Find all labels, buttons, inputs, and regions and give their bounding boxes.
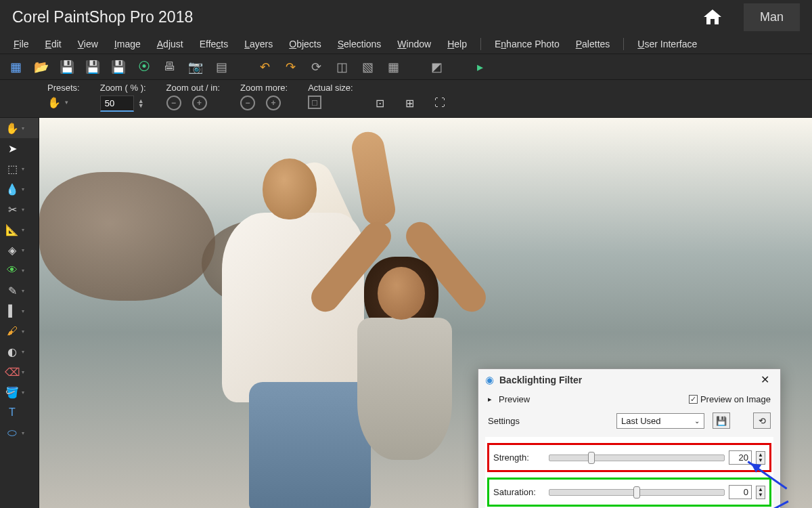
launch-icon[interactable]: ▸ [471,58,489,76]
fit-screen-icon[interactable]: ⛶ [433,96,447,110]
title-bar: Corel PaintShop Pro 2018 Man [0,0,812,34]
actual-size-button[interactable]: ◻ [308,96,321,109]
menu-palettes[interactable]: Palettes [569,36,617,52]
lighten-tool-icon[interactable]: ◐ [5,345,19,358]
zoom-more-out-button[interactable]: − [240,96,255,110]
pan-tool-icon[interactable]: ✋ [5,121,19,135]
menu-view[interactable]: View [71,36,105,52]
settings-label: Settings [488,416,520,426]
resample-icon[interactable]: ▧ [359,58,376,76]
zoom-out-button[interactable]: − [166,96,181,110]
saturation-spinner[interactable]: ▲▼ [756,486,765,499]
eraser-tool-icon[interactable]: ⌫ [5,365,19,379]
main-toolbar: ▦ 📂 💾 💾 💾 ⦿ 🖶 📷 ▤ ↶ ↷ ⟳ ◫ ▧ ▦ ◩ ▸ [0,54,812,80]
menu-adjust[interactable]: Adjust [150,36,190,52]
workspace-tab[interactable]: Man [744,3,800,31]
undo-icon[interactable]: ↶ [256,58,273,76]
app-title: Corel PaintShop Pro 2018 [12,8,193,26]
menu-selections[interactable]: Selections [331,36,388,52]
share-icon[interactable]: ⦿ [135,58,153,76]
selection-tool-icon[interactable]: ⬚ [5,162,19,175]
menu-help[interactable]: Help [441,36,474,52]
straighten-tool-icon[interactable]: 📐 [5,223,19,236]
zoom-label: Zoom ( % ): [100,83,146,93]
strength-label: Strength: [493,452,545,463]
twain-icon[interactable]: 📷 [187,58,204,76]
saturation-slider[interactable] [549,489,725,496]
redo-icon[interactable]: ↷ [281,58,299,76]
actual-size-label: Actual size: [308,83,353,93]
presets-label: Presets: [47,83,80,93]
print-icon[interactable]: 🖶 [161,58,179,76]
text-tool-icon[interactable]: T [5,406,19,419]
menu-enhance-photo[interactable]: Enhance Photo [488,36,566,52]
preset-pan-icon[interactable]: ✋ [47,96,61,109]
zoom-input[interactable] [100,96,134,112]
preview-toggle[interactable]: Preview [488,394,530,404]
preview-on-image-label: Preview on Image [700,394,771,404]
menu-effects[interactable]: Effects [193,36,235,52]
home-button[interactable] [702,6,723,28]
dialog-icon: ◉ [485,374,494,386]
strength-row: Strength: 20 ▲▼ [489,445,769,470]
zoom-spinner[interactable]: ▲▼ [138,99,144,108]
new-icon[interactable]: ▦ [7,58,24,76]
strength-slider[interactable] [549,454,725,461]
zoom-out-in-label: Zoom out / in: [166,83,220,93]
save-as-icon[interactable]: 💾 [84,58,102,76]
pointer-tool-icon[interactable]: ➤ [5,142,19,155]
menu-layers[interactable]: Layers [238,36,279,52]
menu-window[interactable]: Window [390,36,438,52]
paint-tool-icon[interactable]: 🖌 [5,324,19,338]
tool-options-bar: Presets: ✋▾ Zoom ( % ): ▲▼ Zoom out / in… [0,80,812,118]
shape-tool-icon[interactable]: ⬭ [5,426,19,440]
menu-objects[interactable]: Objects [282,36,328,52]
reset-button[interactable]: ⟲ [753,412,771,429]
save-preset-button[interactable]: 💾 [713,412,730,429]
image-info-icon[interactable]: ◩ [428,58,445,76]
open-icon[interactable]: 📂 [32,58,50,76]
dialog-title: Backlighting Filter [499,375,751,385]
grid-icon[interactable]: ▦ [384,58,402,76]
resize-icon[interactable]: ◫ [333,58,351,76]
deform-tool-icon[interactable]: ◈ [5,243,19,257]
menu-file[interactable]: File [7,36,36,52]
close-button[interactable]: ✕ [757,373,773,386]
save-copy-icon[interactable]: 💾 [110,58,127,76]
scan-icon[interactable]: ▤ [212,58,230,76]
brush-tool-icon[interactable]: ▌ [5,304,19,318]
menu-edit[interactable]: Edit [39,36,68,52]
redeye-tool-icon[interactable]: 👁 [5,263,19,277]
backlighting-filter-dialog: ◉ Backlighting Filter ✕ Preview ✓ Previe… [478,368,781,508]
menu-bar: File Edit View Image Adjust Effects Laye… [0,34,812,54]
saturation-label: Saturation: [493,487,545,497]
tool-palette: ✋▾ ➤ ⬚▾ 💧▾ ✂▾ 📐▾ ◈▾ 👁▾ ✎▾ ▌▾ 🖌▾ ◐▾ ⌫▾ 🪣▾… [0,118,39,508]
zoom-in-button[interactable]: + [192,96,207,110]
fit-all-icon[interactable]: ⊞ [403,96,417,110]
dropper-tool-icon[interactable]: 💧 [5,182,19,196]
clone-tool-icon[interactable]: ✎ [5,284,19,297]
menu-user-interface[interactable]: User Interface [631,36,704,52]
saturation-value[interactable]: 0 [729,485,752,499]
menu-image[interactable]: Image [108,36,148,52]
crop-tool-icon[interactable]: ✂ [5,203,19,216]
preview-on-image-checkbox[interactable]: ✓ [689,395,698,404]
settings-dropdown[interactable]: Last Used⌄ [616,413,704,429]
image-canvas[interactable]: ◉ Backlighting Filter ✕ Preview ✓ Previe… [39,118,812,508]
saturation-row: Saturation: 0 ▲▼ [489,480,769,505]
fit-window-icon[interactable]: ⊡ [374,96,387,110]
zoom-more-in-button[interactable]: + [266,96,281,110]
save-icon[interactable]: 💾 [58,58,76,76]
fill-tool-icon[interactable]: 🪣 [5,385,19,399]
repeat-icon[interactable]: ⟳ [307,58,325,76]
zoom-more-label: Zoom more: [240,83,288,93]
